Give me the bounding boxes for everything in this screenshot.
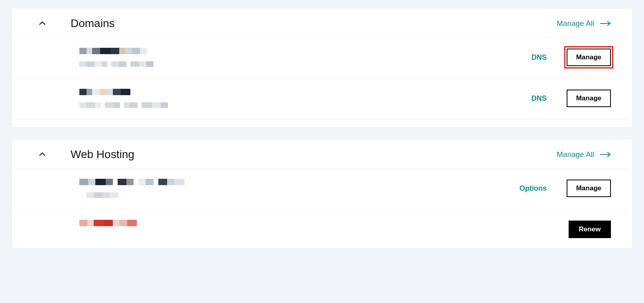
hosting-row: Options Manage [16, 168, 628, 209]
web-hosting-header: Web Hosting Manage All [16, 139, 628, 168]
web-hosting-panel: Web Hosting Manage All Options Manage [11, 139, 633, 249]
dns-link[interactable]: DNS [532, 53, 547, 62]
redacted-hosting-name [79, 179, 185, 185]
domains-title: Domains [71, 17, 114, 30]
manage-button[interactable]: Manage [567, 90, 611, 107]
domain-row: DNS Manage [16, 78, 628, 119]
renew-button[interactable]: Renew [569, 221, 611, 238]
domain-row-actions: DNS Manage [532, 48, 611, 66]
domains-header-left: Domains [39, 17, 114, 30]
web-hosting-manage-all-link[interactable]: Manage All [557, 150, 611, 159]
arrow-right-icon [600, 21, 611, 26]
redacted-domain-name [79, 48, 154, 54]
manage-all-label: Manage All [557, 19, 594, 28]
hosting-info [79, 220, 137, 226]
arrow-right-icon [600, 152, 611, 157]
redacted-hosting-expiry [79, 220, 137, 226]
domains-panel: Domains Manage All DNS Manage [11, 8, 633, 128]
redacted-hosting-subtext [87, 192, 185, 199]
web-hosting-header-left: Web Hosting [39, 148, 134, 161]
hosting-row: Renew [16, 209, 628, 248]
redacted-domain-subtext [79, 102, 168, 109]
hosting-row-actions: Renew [569, 220, 611, 238]
options-link[interactable]: Options [520, 184, 547, 193]
domains-header: Domains Manage All [16, 8, 628, 37]
hosting-info [79, 179, 185, 199]
domain-info [79, 48, 154, 68]
domain-info [79, 89, 168, 109]
manage-button[interactable]: Manage [567, 180, 611, 197]
manage-all-label: Manage All [557, 150, 594, 159]
domains-manage-all-link[interactable]: Manage All [557, 19, 611, 28]
web-hosting-title: Web Hosting [71, 148, 134, 161]
chevron-up-icon[interactable] [39, 151, 46, 158]
redacted-domain-subtext [79, 61, 154, 68]
redacted-domain-name [79, 89, 168, 95]
hosting-row-actions: Options Manage [520, 179, 611, 197]
domain-row-actions: DNS Manage [532, 89, 611, 107]
dns-link[interactable]: DNS [532, 94, 547, 103]
domain-row: DNS Manage [16, 37, 628, 78]
manage-button[interactable]: Manage [567, 49, 611, 66]
chevron-up-icon[interactable] [39, 20, 46, 27]
